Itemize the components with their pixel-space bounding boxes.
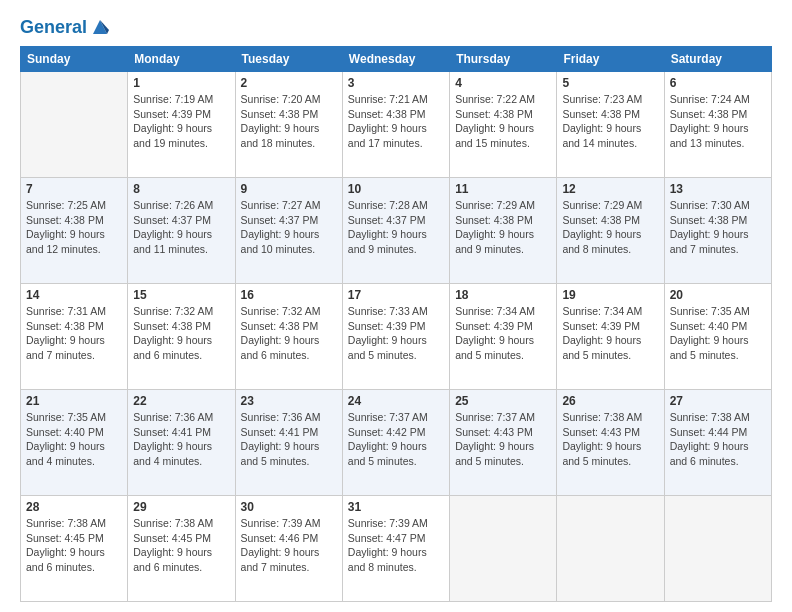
sunrise-label: Sunrise: 7:35 AM xyxy=(26,411,106,423)
day-number: 28 xyxy=(26,500,122,514)
day-info: Sunrise: 7:23 AM Sunset: 4:38 PM Dayligh… xyxy=(562,92,658,151)
logo: General xyxy=(20,18,111,38)
daylight-label: Daylight: 9 hours and 5 minutes. xyxy=(348,440,427,467)
sunrise-label: Sunrise: 7:39 AM xyxy=(241,517,321,529)
sunrise-label: Sunrise: 7:39 AM xyxy=(348,517,428,529)
daylight-label: Daylight: 9 hours and 6 minutes. xyxy=(241,334,320,361)
day-number: 12 xyxy=(562,182,658,196)
daylight-label: Daylight: 9 hours and 5 minutes. xyxy=(562,334,641,361)
day-info: Sunrise: 7:37 AM Sunset: 4:43 PM Dayligh… xyxy=(455,410,551,469)
calendar-day: 20 Sunrise: 7:35 AM Sunset: 4:40 PM Dayl… xyxy=(664,284,771,390)
col-thursday: Thursday xyxy=(450,47,557,72)
sunset-label: Sunset: 4:38 PM xyxy=(26,320,104,332)
day-info: Sunrise: 7:30 AM Sunset: 4:38 PM Dayligh… xyxy=(670,198,766,257)
logo-text: General xyxy=(20,18,87,38)
calendar-week-row: 21 Sunrise: 7:35 AM Sunset: 4:40 PM Dayl… xyxy=(21,390,772,496)
col-friday: Friday xyxy=(557,47,664,72)
day-info: Sunrise: 7:36 AM Sunset: 4:41 PM Dayligh… xyxy=(241,410,337,469)
day-number: 19 xyxy=(562,288,658,302)
day-info: Sunrise: 7:22 AM Sunset: 4:38 PM Dayligh… xyxy=(455,92,551,151)
sunrise-label: Sunrise: 7:38 AM xyxy=(26,517,106,529)
day-number: 6 xyxy=(670,76,766,90)
day-number: 29 xyxy=(133,500,229,514)
sunrise-label: Sunrise: 7:37 AM xyxy=(455,411,535,423)
calendar-day: 31 Sunrise: 7:39 AM Sunset: 4:47 PM Dayl… xyxy=(342,496,449,602)
sunrise-label: Sunrise: 7:24 AM xyxy=(670,93,750,105)
sunrise-label: Sunrise: 7:36 AM xyxy=(133,411,213,423)
page: General Sunday Monday Tuesday Wednesday … xyxy=(0,0,792,612)
col-sunday: Sunday xyxy=(21,47,128,72)
calendar-day: 4 Sunrise: 7:22 AM Sunset: 4:38 PM Dayli… xyxy=(450,72,557,178)
col-monday: Monday xyxy=(128,47,235,72)
day-info: Sunrise: 7:38 AM Sunset: 4:44 PM Dayligh… xyxy=(670,410,766,469)
sunrise-label: Sunrise: 7:32 AM xyxy=(133,305,213,317)
calendar-day: 2 Sunrise: 7:20 AM Sunset: 4:38 PM Dayli… xyxy=(235,72,342,178)
calendar-day: 9 Sunrise: 7:27 AM Sunset: 4:37 PM Dayli… xyxy=(235,178,342,284)
calendar-day: 1 Sunrise: 7:19 AM Sunset: 4:39 PM Dayli… xyxy=(128,72,235,178)
day-number: 17 xyxy=(348,288,444,302)
calendar-day: 8 Sunrise: 7:26 AM Sunset: 4:37 PM Dayli… xyxy=(128,178,235,284)
daylight-label: Daylight: 9 hours and 9 minutes. xyxy=(348,228,427,255)
daylight-label: Daylight: 9 hours and 6 minutes. xyxy=(133,546,212,573)
sunrise-label: Sunrise: 7:27 AM xyxy=(241,199,321,211)
day-number: 9 xyxy=(241,182,337,196)
day-number: 7 xyxy=(26,182,122,196)
sunset-label: Sunset: 4:39 PM xyxy=(562,320,640,332)
day-number: 8 xyxy=(133,182,229,196)
day-number: 30 xyxy=(241,500,337,514)
sunset-label: Sunset: 4:45 PM xyxy=(26,532,104,544)
day-info: Sunrise: 7:27 AM Sunset: 4:37 PM Dayligh… xyxy=(241,198,337,257)
day-info: Sunrise: 7:35 AM Sunset: 4:40 PM Dayligh… xyxy=(26,410,122,469)
daylight-label: Daylight: 9 hours and 10 minutes. xyxy=(241,228,320,255)
day-info: Sunrise: 7:28 AM Sunset: 4:37 PM Dayligh… xyxy=(348,198,444,257)
day-info: Sunrise: 7:32 AM Sunset: 4:38 PM Dayligh… xyxy=(241,304,337,363)
day-info: Sunrise: 7:34 AM Sunset: 4:39 PM Dayligh… xyxy=(562,304,658,363)
sunset-label: Sunset: 4:39 PM xyxy=(348,320,426,332)
day-info: Sunrise: 7:25 AM Sunset: 4:38 PM Dayligh… xyxy=(26,198,122,257)
day-number: 18 xyxy=(455,288,551,302)
daylight-label: Daylight: 9 hours and 5 minutes. xyxy=(455,440,534,467)
day-info: Sunrise: 7:24 AM Sunset: 4:38 PM Dayligh… xyxy=(670,92,766,151)
day-number: 16 xyxy=(241,288,337,302)
daylight-label: Daylight: 9 hours and 5 minutes. xyxy=(670,334,749,361)
calendar-day: 18 Sunrise: 7:34 AM Sunset: 4:39 PM Dayl… xyxy=(450,284,557,390)
sunset-label: Sunset: 4:42 PM xyxy=(348,426,426,438)
sunrise-label: Sunrise: 7:32 AM xyxy=(241,305,321,317)
calendar-day: 26 Sunrise: 7:38 AM Sunset: 4:43 PM Dayl… xyxy=(557,390,664,496)
calendar-day: 22 Sunrise: 7:36 AM Sunset: 4:41 PM Dayl… xyxy=(128,390,235,496)
sunrise-label: Sunrise: 7:34 AM xyxy=(455,305,535,317)
daylight-label: Daylight: 9 hours and 8 minutes. xyxy=(562,228,641,255)
daylight-label: Daylight: 9 hours and 5 minutes. xyxy=(455,334,534,361)
day-number: 11 xyxy=(455,182,551,196)
sunrise-label: Sunrise: 7:38 AM xyxy=(133,517,213,529)
day-number: 13 xyxy=(670,182,766,196)
day-number: 4 xyxy=(455,76,551,90)
day-info: Sunrise: 7:21 AM Sunset: 4:38 PM Dayligh… xyxy=(348,92,444,151)
calendar-day: 10 Sunrise: 7:28 AM Sunset: 4:37 PM Dayl… xyxy=(342,178,449,284)
daylight-label: Daylight: 9 hours and 5 minutes. xyxy=(241,440,320,467)
day-number: 26 xyxy=(562,394,658,408)
sunset-label: Sunset: 4:43 PM xyxy=(562,426,640,438)
calendar-day: 17 Sunrise: 7:33 AM Sunset: 4:39 PM Dayl… xyxy=(342,284,449,390)
daylight-label: Daylight: 9 hours and 7 minutes. xyxy=(241,546,320,573)
sunset-label: Sunset: 4:44 PM xyxy=(670,426,748,438)
sunrise-label: Sunrise: 7:28 AM xyxy=(348,199,428,211)
sunset-label: Sunset: 4:37 PM xyxy=(241,214,319,226)
sunset-label: Sunset: 4:47 PM xyxy=(348,532,426,544)
daylight-label: Daylight: 9 hours and 5 minutes. xyxy=(348,334,427,361)
daylight-label: Daylight: 9 hours and 15 minutes. xyxy=(455,122,534,149)
calendar-day xyxy=(557,496,664,602)
sunrise-label: Sunrise: 7:31 AM xyxy=(26,305,106,317)
sunset-label: Sunset: 4:38 PM xyxy=(241,108,319,120)
col-tuesday: Tuesday xyxy=(235,47,342,72)
calendar-day: 5 Sunrise: 7:23 AM Sunset: 4:38 PM Dayli… xyxy=(557,72,664,178)
sunrise-label: Sunrise: 7:20 AM xyxy=(241,93,321,105)
calendar-day: 13 Sunrise: 7:30 AM Sunset: 4:38 PM Dayl… xyxy=(664,178,771,284)
calendar-day: 14 Sunrise: 7:31 AM Sunset: 4:38 PM Dayl… xyxy=(21,284,128,390)
daylight-label: Daylight: 9 hours and 9 minutes. xyxy=(455,228,534,255)
daylight-label: Daylight: 9 hours and 8 minutes. xyxy=(348,546,427,573)
calendar-day: 23 Sunrise: 7:36 AM Sunset: 4:41 PM Dayl… xyxy=(235,390,342,496)
sunrise-label: Sunrise: 7:35 AM xyxy=(670,305,750,317)
calendar-day: 21 Sunrise: 7:35 AM Sunset: 4:40 PM Dayl… xyxy=(21,390,128,496)
sunset-label: Sunset: 4:40 PM xyxy=(670,320,748,332)
